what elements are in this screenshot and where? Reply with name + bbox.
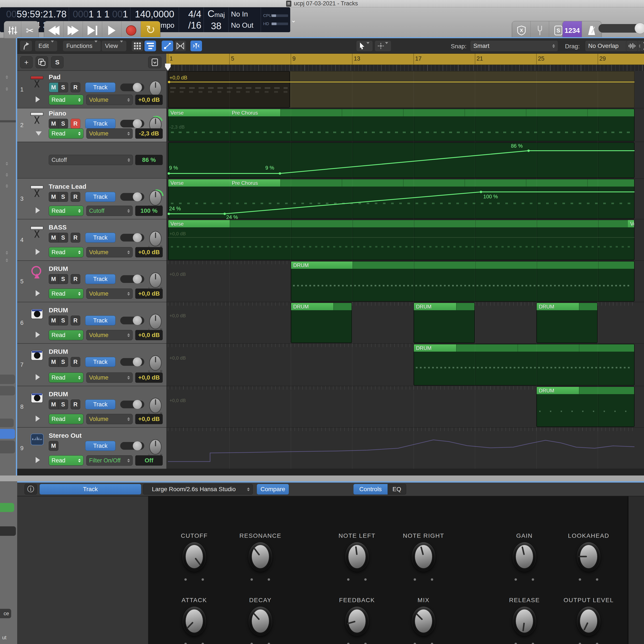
knob-decay[interactable] <box>249 607 272 636</box>
automation-param-dropdown[interactable]: Cutoff <box>86 206 133 216</box>
region-header-loop[interactable] <box>456 344 635 352</box>
track-header-stereo-out[interactable]: 9Stereo OutMTrackLRReadFilter On/OffOff <box>17 428 166 469</box>
automation-mode-dropdown[interactable]: Read <box>49 330 84 340</box>
volume-slider[interactable] <box>120 275 144 283</box>
region[interactable]: DRUM <box>536 386 635 427</box>
arrange-lane-3[interactable]: 9 %9 %86 % <box>166 142 644 179</box>
track-stack-button[interactable]: Track <box>85 274 115 284</box>
track-header-trance-lead[interactable]: 3Trance LeadMSRTrackLRReadCutoff100 % <box>17 179 166 219</box>
region[interactable]: DRUM <box>291 261 635 302</box>
add-track-button[interactable]: + <box>20 56 33 68</box>
disclosure-triangle[interactable] <box>36 457 43 463</box>
region-header[interactable]: DRUM <box>537 303 579 310</box>
track-name[interactable]: DRUM <box>49 265 68 272</box>
master-volume-slider[interactable] <box>598 24 644 33</box>
automation-param-dropdown[interactable]: Volume <box>86 128 133 139</box>
disclosure-triangle[interactable] <box>36 290 43 296</box>
arrange-lane-10[interactable] <box>166 428 644 469</box>
ruler-tick-strip[interactable] <box>166 65 644 71</box>
pan-knob[interactable] <box>149 355 162 371</box>
mute-button[interactable]: M <box>49 316 58 325</box>
master-volume-thumb[interactable] <box>635 23 644 34</box>
knob-note-left[interactable] <box>345 542 369 571</box>
track-stack-button[interactable]: Track <box>85 233 115 243</box>
partial-button-ut[interactable]: ut <box>0 633 9 642</box>
partial-button[interactable] <box>0 526 16 536</box>
track-name[interactable]: BASS <box>49 224 67 231</box>
arrange-lane-7[interactable]: DRUMDRUMDRUM+0,0 dB <box>166 302 644 344</box>
snap-dropdown[interactable]: Smart <box>470 40 558 52</box>
region[interactable]: DRUM <box>291 302 352 343</box>
menu-edit[interactable]: Edit <box>35 40 58 52</box>
record-enable-button[interactable]: R <box>71 233 80 243</box>
track-header-drum[interactable]: 5DRUMMSRTrackLRReadVolume+0,0 dB <box>17 261 166 302</box>
pan-knob[interactable] <box>149 439 162 455</box>
pointer-tool-button[interactable] <box>356 40 373 52</box>
solo-button[interactable]: S <box>58 119 68 129</box>
region-header-loop[interactable] <box>456 303 475 310</box>
vertical-zoom-icon[interactable] <box>640 40 644 52</box>
solo-button[interactable]: S <box>58 192 68 202</box>
automation-param-dropdown[interactable]: Volume <box>86 330 133 340</box>
volume-slider[interactable] <box>120 234 144 241</box>
mute-button[interactable]: M <box>49 441 58 451</box>
info-icon[interactable]: ⓘ <box>24 484 37 495</box>
track-stack-button[interactable]: Track <box>85 82 115 92</box>
automation-param-dropdown[interactable]: Volume <box>86 372 133 383</box>
mute-button[interactable]: M <box>49 82 58 92</box>
list-view-icon[interactable] <box>144 40 156 52</box>
volume-slider-thumb[interactable] <box>133 83 142 92</box>
arrange-lane-9[interactable]: DRUM+0,0 dB <box>166 386 644 428</box>
volume-slider[interactable] <box>120 358 144 366</box>
back-arrow-icon[interactable] <box>20 40 32 52</box>
disclosure-triangle[interactable] <box>36 131 42 139</box>
automation-mode-dropdown[interactable]: Read <box>49 95 84 105</box>
automation-node[interactable] <box>480 191 482 193</box>
track-header-bass[interactable]: 4BASSMSRTrackLRReadVolume+0,0 dB <box>17 219 166 261</box>
record-enable-button[interactable]: R <box>71 192 80 202</box>
track-stack-button[interactable]: Track <box>85 441 115 451</box>
track-name[interactable]: Trance Lead <box>49 183 86 190</box>
arrange-lane-2[interactable]: VersePre Chorus-2,3 dB <box>166 108 644 142</box>
automation-curve[interactable]: 9 %9 %86 % <box>166 142 644 179</box>
solo-button[interactable]: S <box>58 82 68 92</box>
volume-slider[interactable] <box>120 120 144 128</box>
disclosure-triangle[interactable] <box>36 249 43 255</box>
automation-curve[interactable] <box>166 428 644 469</box>
volume-slider[interactable] <box>120 193 144 201</box>
catch-playhead-icon[interactable] <box>190 40 202 52</box>
region-header[interactable]: DRUM <box>414 303 456 310</box>
preset-dropdown[interactable]: Large Room/2.6s Hansa Studio <box>143 484 253 495</box>
disclosure-triangle[interactable] <box>36 416 43 422</box>
region-header[interactable]: DRUM <box>291 303 333 310</box>
record-enable-button[interactable]: R <box>71 399 80 409</box>
track-stack-button[interactable]: Track <box>85 316 115 325</box>
waveform-zoom-icon[interactable] <box>626 40 638 52</box>
automation-node[interactable] <box>527 150 530 152</box>
region[interactable]: DRUM <box>536 302 598 343</box>
knob-note-right[interactable] <box>412 542 435 571</box>
track-header-pad[interactable]: 1PadMSRTrackLRReadVolume+0,0 dB <box>17 71 166 108</box>
partial-button-ce[interactable]: ce <box>0 609 11 618</box>
region-header-loop[interactable] <box>579 303 598 310</box>
arrange-lane-4[interactable]: VersePre Chorus24 %24 %100 % <box>166 179 644 219</box>
arrange-lane-5[interactable]: VerseVerse+0,0 dB <box>166 219 644 261</box>
controls-tab[interactable]: Controls <box>353 484 388 495</box>
track-header-drum[interactable]: 8DRUMMSRTrackLRReadVolume+0,0 dB <box>17 386 166 428</box>
volume-slider-thumb[interactable] <box>133 119 142 128</box>
track-name[interactable]: DRUM <box>49 348 68 355</box>
solo-button[interactable]: S <box>58 399 68 409</box>
mute-button[interactable]: M <box>49 357 58 367</box>
record-enable-button[interactable]: R <box>71 119 80 129</box>
automation-param-dropdown[interactable]: Cutoff <box>49 155 133 165</box>
eq-tab[interactable]: EQ <box>388 484 406 495</box>
track-name[interactable]: Piano <box>49 110 66 117</box>
disclosure-triangle[interactable] <box>36 207 43 213</box>
track-stack-button[interactable]: Track <box>85 119 115 129</box>
mute-button[interactable]: M <box>49 192 58 202</box>
knob-release[interactable] <box>513 607 536 636</box>
region-header[interactable]: DRUM <box>537 387 579 394</box>
record-enable-button[interactable]: R <box>71 357 80 367</box>
solo-button[interactable]: S <box>58 357 68 367</box>
solo-button[interactable]: S <box>58 274 68 284</box>
